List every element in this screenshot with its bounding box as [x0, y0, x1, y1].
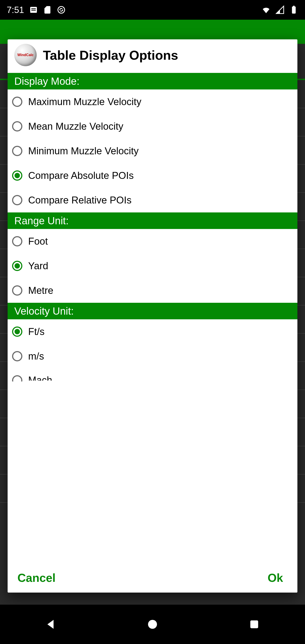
radio-velocity-ms[interactable]: m/s	[8, 344, 298, 368]
radio-icon	[12, 195, 22, 205]
android-nav-bar	[0, 605, 305, 644]
radio-label: m/s	[28, 350, 44, 362]
radio-icon	[12, 261, 22, 271]
svg-rect-7	[250, 620, 258, 628]
battery-icon	[289, 5, 298, 14]
radio-max-muzzle-velocity[interactable]: Maximum Muzzle Velocity	[8, 90, 298, 114]
svg-rect-2	[31, 10, 36, 10]
radio-icon	[12, 375, 22, 386]
nav-recent-icon[interactable]	[248, 618, 261, 631]
radio-label: Ft/s	[28, 326, 44, 337]
radio-icon	[12, 121, 22, 132]
radio-label: Mach	[28, 375, 52, 385]
svg-rect-1	[31, 8, 36, 9]
radio-icon	[12, 146, 22, 156]
table-display-options-dialog: WindCalc Table Display Options Display M…	[8, 39, 298, 592]
cell-signal-icon	[276, 5, 284, 14]
radio-range-metre[interactable]: Metre	[8, 278, 298, 303]
radio-icon	[12, 285, 22, 296]
section-header-velocity-unit: Velocity Unit:	[8, 303, 298, 319]
section-header-display-mode: Display Mode:	[8, 73, 298, 90]
svg-rect-4	[292, 6, 296, 14]
dialog-body: Display Mode: Maximum Muzzle Velocity Me…	[8, 73, 298, 563]
radio-range-foot[interactable]: Foot	[8, 229, 298, 254]
nav-back-icon[interactable]	[44, 618, 58, 631]
radio-label: Metre	[28, 285, 53, 296]
radio-velocity-fts[interactable]: Ft/s	[8, 319, 298, 344]
radio-label: Mean Muzzle Velocity	[28, 121, 124, 132]
wifi-icon	[262, 5, 270, 14]
radio-velocity-mach[interactable]: Mach	[8, 368, 298, 393]
radio-label: Compare Absolute POIs	[28, 170, 134, 181]
radio-label: Yard	[28, 260, 48, 272]
nav-home-icon[interactable]	[146, 618, 159, 631]
radio-icon	[12, 351, 22, 361]
radio-label: Minimum Muzzle Velocity	[28, 145, 139, 156]
radio-compare-relative-pois[interactable]: Compare Relative POIs	[8, 188, 298, 212]
radio-icon	[12, 236, 22, 246]
radio-min-muzzle-velocity[interactable]: Minimum Muzzle Velocity	[8, 139, 298, 163]
app-logo-icon: WindCalc	[14, 44, 37, 66]
dialog-footer: Cancel Ok	[8, 563, 298, 592]
status-clock: 7:51	[7, 5, 24, 15]
keyboard-icon	[29, 5, 38, 14]
svg-rect-5	[293, 6, 295, 7]
radio-label: Maximum Muzzle Velocity	[28, 96, 141, 107]
radio-icon	[12, 170, 22, 181]
radio-compare-absolute-pois[interactable]: Compare Absolute POIs	[8, 163, 298, 188]
radio-label: Foot	[28, 236, 48, 247]
svg-point-6	[148, 620, 157, 629]
cancel-button[interactable]: Cancel	[12, 569, 61, 587]
dialog-header: WindCalc Table Display Options	[8, 39, 298, 73]
section-header-range-unit: Range Unit:	[8, 212, 298, 229]
ok-button[interactable]: Ok	[262, 569, 288, 587]
dialog-title: Table Display Options	[43, 48, 178, 62]
status-bar: 7:51	[0, 0, 305, 20]
svg-point-3	[58, 6, 64, 13]
sync-icon	[57, 5, 66, 14]
radio-icon	[12, 96, 22, 107]
radio-label: Compare Relative POIs	[28, 194, 132, 206]
sd-card-icon	[43, 5, 52, 14]
radio-range-yard[interactable]: Yard	[8, 254, 298, 278]
radio-mean-muzzle-velocity[interactable]: Mean Muzzle Velocity	[8, 114, 298, 139]
radio-icon	[12, 326, 22, 337]
